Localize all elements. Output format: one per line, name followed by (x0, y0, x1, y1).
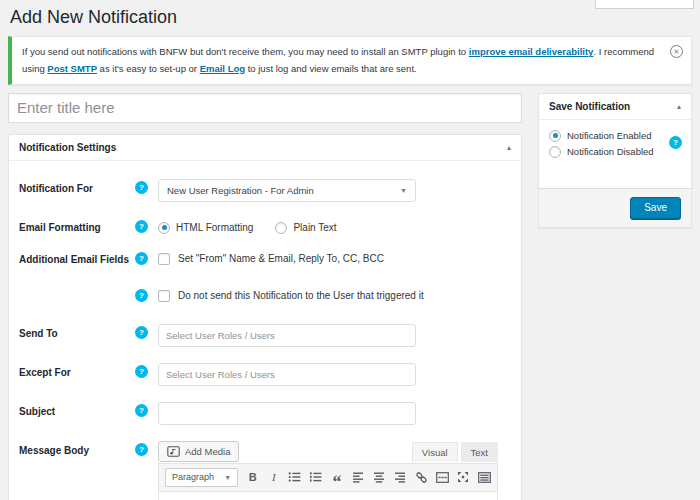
field-label: Subject (19, 402, 135, 417)
align-right-icon[interactable] (394, 469, 407, 485)
email-log-link[interactable]: Email Log (200, 63, 245, 74)
improve-email-deliverability-link[interactable]: improve email deliverability (469, 46, 594, 57)
radio-label: Notification Enabled (567, 130, 652, 141)
notice-text: If you send out notifications with BNFW … (22, 46, 469, 57)
smtp-notice: If you send out notifications with BNFW … (8, 36, 692, 84)
field-label: Except For (19, 363, 135, 378)
chevron-down-icon: ▼ (400, 187, 407, 194)
field-row-notification-for: Notification For ? New User Registration… (19, 179, 511, 202)
help-icon[interactable]: ? (669, 136, 682, 149)
radio-selected-icon (549, 130, 561, 142)
radio-notification-disabled[interactable]: Notification Disabled (549, 146, 681, 158)
numbered-list-icon[interactable] (309, 469, 322, 485)
notification-settings-body: Notification For ? New User Registration… (9, 161, 521, 500)
help-icon[interactable]: ? (135, 404, 148, 417)
subject-input[interactable] (158, 402, 416, 425)
paragraph-label: Paragraph (172, 472, 214, 482)
read-more-tag-icon[interactable] (436, 469, 449, 485)
field-row-email-formatting: Email Formatting ? HTML Formatting Plain… (19, 218, 511, 234)
field-label: Additional Email Fields (19, 250, 135, 265)
help-icon[interactable]: ? (135, 365, 148, 378)
media-icon (167, 446, 180, 457)
field-label: Email Formatting (19, 218, 135, 233)
checkbox-icon (158, 253, 170, 265)
checkbox-do-not-send-to-trigger-user[interactable]: Do not send this Notification to the Use… (158, 287, 511, 302)
radio-label: Plain Text (293, 222, 336, 233)
help-icon[interactable]: ? (135, 289, 148, 302)
italic-icon[interactable]: I (267, 469, 280, 485)
collapse-icon: ▴ (507, 143, 511, 152)
paragraph-dropdown[interactable]: Paragraph ▼ (165, 468, 238, 487)
save-footer: Save (539, 188, 691, 227)
message-body-textarea[interactable] (158, 492, 498, 500)
selected-option: New User Registration - For Admin (167, 185, 314, 196)
panel-title: Notification Settings (19, 142, 116, 153)
toolbar-toggle-icon[interactable] (478, 469, 491, 485)
field-label: Notification For (19, 179, 135, 194)
notice-text: to just log and view emails that are sen… (245, 63, 417, 74)
wordpress-admin-screen: Screen Options ▾ Add New Notification If… (0, 0, 700, 500)
post-smtp-link[interactable]: Post SMTP (47, 63, 97, 74)
radio-notification-enabled[interactable]: Notification Enabled (549, 130, 681, 142)
field-row-do-not-send: ? Do not send this Notification to the U… (19, 287, 511, 302)
bold-icon[interactable]: B (246, 469, 259, 485)
save-notification-panel: Save Notification ▴ Notification Enabled… (538, 93, 692, 228)
notification-title-input[interactable] (8, 93, 522, 123)
except-for-input[interactable] (158, 363, 416, 386)
field-row-except-for: Except For ? (19, 363, 511, 386)
help-icon[interactable]: ? (135, 220, 148, 233)
radio-unselected-icon (275, 222, 287, 234)
radio-label: HTML Formatting (176, 222, 253, 233)
notice-text: as it's easy to set-up or (97, 63, 200, 74)
field-label: Message Body (19, 445, 135, 456)
tab-visual[interactable]: Visual (412, 442, 458, 462)
align-left-icon[interactable] (352, 469, 365, 485)
checkbox-label: Do not send this Notification to the Use… (178, 290, 424, 301)
main-column: Notification Settings ▴ Notification For… (8, 93, 522, 500)
help-icon[interactable]: ? (135, 326, 148, 339)
field-label: Send To (19, 324, 135, 339)
checkbox-label: Set "From" Name & Email, Reply To, CC, B… (178, 253, 384, 264)
help-icon[interactable]: ? (135, 181, 148, 194)
save-button[interactable]: Save (630, 197, 681, 219)
radio-plain-text[interactable]: Plain Text (275, 222, 336, 234)
chevron-down-icon: ▼ (224, 474, 231, 481)
help-icon[interactable]: ? (135, 443, 148, 456)
checkbox-icon (158, 290, 170, 302)
save-notification-body: Notification Enabled Notification Disabl… (539, 120, 691, 158)
close-icon: ✕ (674, 48, 680, 55)
checkbox-set-from-fields[interactable]: Set "From" Name & Email, Reply To, CC, B… (158, 250, 511, 265)
bullet-list-icon[interactable] (288, 469, 301, 485)
radio-selected-icon (158, 222, 170, 234)
content-columns: Notification Settings ▴ Notification For… (0, 85, 700, 500)
notification-settings-header[interactable]: Notification Settings ▴ (9, 135, 521, 161)
radio-html-formatting[interactable]: HTML Formatting (158, 222, 253, 234)
align-center-icon[interactable] (373, 469, 386, 485)
side-column: Save Notification ▴ Notification Enabled… (538, 93, 692, 228)
field-row-additional-email-fields: Additional Email Fields ? Set "From" Nam… (19, 250, 511, 265)
radio-unselected-icon (549, 146, 561, 158)
notification-settings-panel: Notification Settings ▴ Notification For… (8, 134, 522, 500)
field-row-send-to: Send To ? (19, 324, 511, 347)
editor-toolbar: Paragraph ▼ B I (158, 463, 498, 492)
field-row-message-body: Message Body Need some more help? ? (19, 441, 511, 500)
field-row-subject: Subject ? (19, 402, 511, 425)
message-body-editor: Add Media Visual Text Paragrap (158, 441, 498, 500)
insert-link-icon[interactable] (415, 469, 428, 485)
blockquote-icon[interactable]: “ (330, 469, 343, 485)
tab-text[interactable]: Text (461, 442, 498, 462)
screen-options-button[interactable]: Screen Options ▾ (595, 0, 694, 9)
send-to-input[interactable] (158, 324, 416, 347)
notification-for-select[interactable]: New User Registration - For Admin ▼ (158, 179, 416, 202)
save-notification-header[interactable]: Save Notification ▴ (539, 94, 691, 120)
radio-label: Notification Disabled (567, 146, 654, 157)
add-media-label: Add Media (185, 446, 230, 457)
help-icon[interactable]: ? (135, 252, 148, 265)
add-media-button[interactable]: Add Media (158, 441, 239, 462)
panel-title: Save Notification (549, 101, 630, 112)
dismiss-notice-button[interactable]: ✕ (670, 45, 683, 58)
field-label-spacer (19, 287, 135, 291)
fullscreen-icon[interactable] (457, 469, 470, 485)
collapse-icon: ▴ (677, 102, 681, 111)
